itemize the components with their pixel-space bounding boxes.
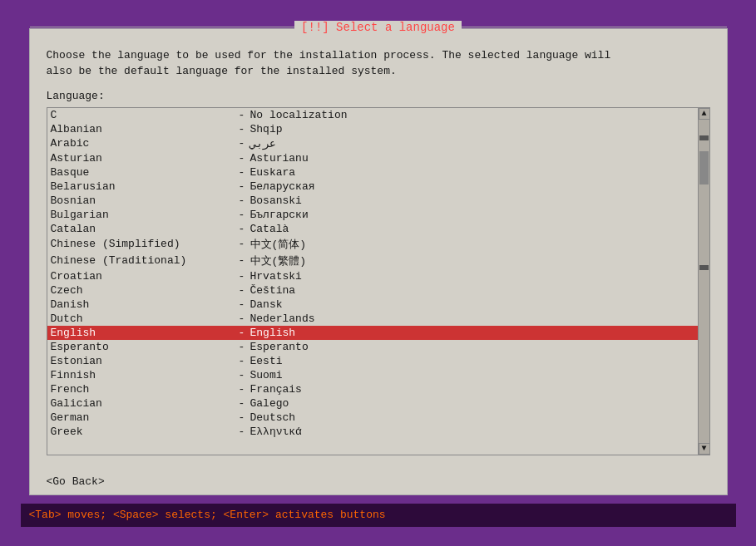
status-bar-text: <Tab> moves; <Space> selects; <Enter> ac… [29, 509, 386, 521]
list-item[interactable]: Danish-Dansk [47, 298, 698, 312]
list-item[interactable]: Greek-Ελληνικά [47, 425, 698, 439]
dialog-title: [!!] Select a language [294, 21, 462, 34]
list-item[interactable]: Croatian-Hrvatski [47, 269, 698, 283]
list-item[interactable]: Belarusian-Беларуская [47, 180, 698, 194]
scrollbar-track [699, 120, 709, 443]
list-item[interactable]: German-Deutsch [47, 411, 698, 425]
list-item[interactable]: French-Français [47, 382, 698, 396]
description-line1: Choose the language to be used for the i… [47, 49, 611, 61]
bottom-buttons: <Go Back> [30, 469, 727, 494]
dialog-title-bar: [!!] Select a language [30, 21, 727, 34]
list-item[interactable]: Bulgarian-Български [47, 208, 698, 222]
scrollbar-thumb [699, 151, 709, 184]
scroll-up-arrow[interactable]: ▲ [699, 108, 710, 120]
list-item[interactable]: Arabic-عربي [47, 136, 698, 151]
status-bar: <Tab> moves; <Space> selects; <Enter> ac… [21, 504, 736, 527]
list-item[interactable]: Czech-Čeština [47, 283, 698, 298]
list-item[interactable]: Galician-Galego [47, 396, 698, 411]
list-item[interactable]: Estonian-Eesti [47, 354, 698, 368]
list-item[interactable]: Dutch-Nederlands [47, 312, 698, 326]
list-item[interactable]: Basque-Euskara [47, 165, 698, 180]
title-line-left [30, 27, 295, 27]
list-item[interactable]: Albanian-Shqip [47, 122, 698, 136]
description: Choose the language to be used for the i… [47, 47, 710, 80]
list-item[interactable]: Bosnian-Bosanski [47, 194, 698, 208]
language-label: Language: [47, 90, 710, 102]
scroll-down-arrow[interactable]: ▼ [699, 443, 710, 455]
go-back-button[interactable]: <Go Back> [47, 475, 105, 488]
list-item[interactable]: Chinese (Simplified)-中文(简体) [47, 236, 698, 253]
description-line2: also be the default language for the ins… [47, 65, 397, 77]
scrollbar[interactable]: ▲ ▼ [698, 108, 709, 455]
outer-container: [!!] Select a language Choose the langua… [21, 20, 736, 527]
list-item[interactable]: Esperanto-Esperanto [47, 340, 698, 354]
list-item[interactable]: C-No localization [47, 108, 698, 122]
list-item[interactable]: English-English [47, 326, 698, 340]
language-list-scroll: C-No localizationAlbanian-ShqipArabic-عر… [47, 108, 698, 455]
scrollbar-indicator-mid [699, 265, 709, 270]
language-list-container[interactable]: C-No localizationAlbanian-ShqipArabic-عر… [47, 107, 710, 455]
list-item[interactable]: Asturian-Asturianu [47, 151, 698, 165]
list-item[interactable]: Catalan-Català [47, 222, 698, 236]
dialog-wrapper: [!!] Select a language Choose the langua… [21, 20, 736, 504]
list-item[interactable]: Chinese (Traditional)-中文(繁體) [47, 253, 698, 269]
title-line-right [462, 27, 727, 27]
dialog-content: Choose the language to be used for the i… [30, 34, 727, 469]
list-item[interactable]: Finnish-Suomi [47, 368, 698, 382]
dialog: [!!] Select a language Choose the langua… [29, 28, 728, 495]
scrollbar-indicator-top [699, 135, 709, 140]
